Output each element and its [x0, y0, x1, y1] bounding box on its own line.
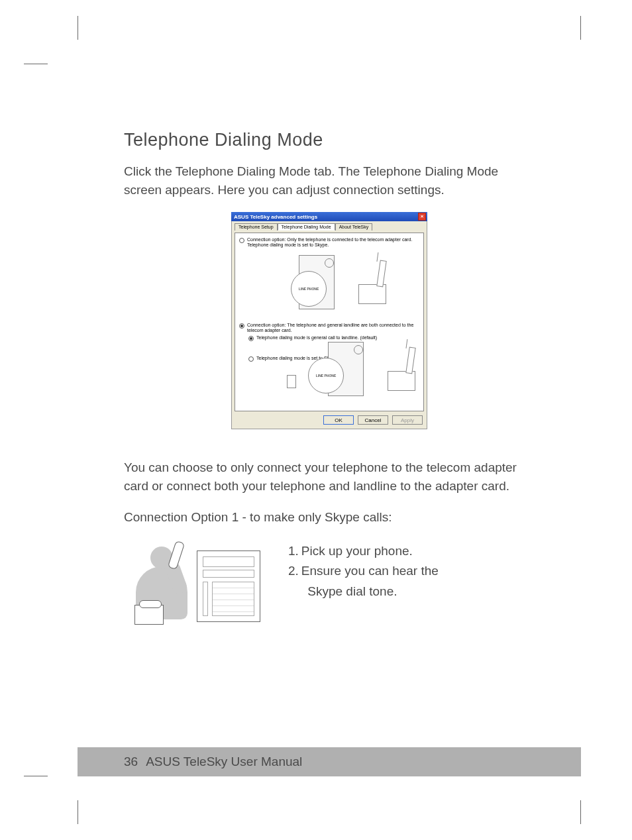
sub-option-1-label: Telephone dialing mode is general call t…: [256, 335, 377, 341]
intro-paragraph: Click the Telephone Dialing Mode tab. Th…: [124, 162, 535, 199]
crop-mark: [24, 776, 48, 776]
radio-sub-option-1: Telephone dialing mode is general call t…: [248, 335, 419, 341]
pc-bays-icon: [212, 582, 254, 616]
step-text: Pick up your phone.: [301, 541, 413, 561]
page-content: Telephone Dialing Mode Click the Telepho…: [78, 64, 581, 627]
apply-button: Apply: [392, 415, 423, 425]
crop-mark: [78, 16, 78, 40]
port-label: LINE PHONE: [316, 374, 337, 378]
step-number: 2.: [288, 561, 299, 581]
step-2: 2. Ensure you can hear the: [288, 561, 439, 581]
phone-base-icon: [388, 371, 415, 391]
radio-icon: [239, 323, 244, 329]
crop-mark: [24, 64, 48, 64]
dialog-screenshot: ASUS TeleSky advanced settings × Telepho…: [231, 212, 427, 429]
footer-title: ASUS TeleSky User Manual: [146, 755, 302, 769]
crop-mark: [580, 16, 581, 40]
dialog-title: ASUS TeleSky advanced settings: [234, 214, 418, 220]
port-label: LINE PHONE: [299, 287, 319, 291]
page-footer: 36 ASUS TeleSky User Manual: [78, 747, 581, 776]
radio-icon: [239, 238, 244, 243]
option-2-label: Connection option: The telephone and gen…: [247, 323, 419, 334]
radio-icon: [248, 336, 254, 341]
step-text: Ensure you can hear the: [301, 561, 439, 581]
step-list: 1. Pick up your phone. 2. Ensure you can…: [288, 541, 439, 602]
dialog-tabpanel: Connection option: Only the telephone is…: [235, 233, 424, 411]
tab-telephone-setup: Telephone Setup: [235, 223, 278, 231]
magnifier-icon: LINE PHONE: [291, 271, 327, 307]
step-number-spacer: [288, 582, 291, 602]
option-1-illustration: LINE PHONE: [239, 251, 419, 317]
drive-bay-icon: [203, 570, 254, 578]
cordless-handset-icon: [405, 347, 415, 374]
step-text: Skype dial tone.: [294, 582, 397, 602]
dialog-tabstrip: Telephone Setup Telephone Dialing Mode A…: [235, 223, 424, 230]
step-1: 1. Pick up your phone.: [288, 541, 439, 561]
magnifier-icon: LINE PHONE: [308, 358, 344, 394]
tab-telephone-dialing-mode: Telephone Dialing Mode: [278, 223, 335, 231]
radio-icon: [248, 356, 254, 362]
option-2-illustration: LINE PHONE: [301, 342, 419, 401]
cancel-button: Cancel: [358, 415, 388, 425]
ok-button: OK: [323, 415, 354, 425]
cordless-handset-icon: [376, 260, 386, 287]
radio-option-2: Connection option: The telephone and gen…: [239, 323, 419, 334]
step-number: 1.: [288, 541, 299, 561]
radio-option-1: Connection option: Only the telephone is…: [239, 237, 419, 248]
page-number: 36: [124, 755, 138, 769]
wallplate-icon: [287, 375, 296, 388]
dialog-button-row: OK Cancel Apply: [235, 411, 424, 425]
dialog-titlebar: ASUS TeleSky advanced settings ×: [231, 212, 427, 221]
drive-bay-icon: [203, 556, 254, 567]
body-paragraph: You can choose to only connect your tele…: [124, 458, 535, 495]
close-icon: ×: [418, 213, 426, 221]
crop-mark: [78, 800, 78, 824]
option-heading: Connection Option 1 - to make only Skype…: [124, 508, 535, 527]
steps-row: 1. Pick up your phone. 2. Ensure you can…: [124, 541, 535, 627]
option-1-label: Connection option: Only the telephone is…: [247, 237, 419, 248]
step-2-cont: Skype dial tone.: [288, 582, 439, 602]
crop-mark: [580, 800, 581, 824]
person-phone-illustration: [124, 541, 270, 627]
tab-about-telesky: About TeleSky: [335, 223, 373, 231]
desk-phone-icon: [134, 605, 164, 625]
pc-tower-icon: [197, 551, 260, 622]
pc-side-icon: [203, 582, 208, 616]
dialog-body: Telephone Setup Telephone Dialing Mode A…: [231, 221, 427, 429]
page-frame: Telephone Dialing Mode Click the Telepho…: [78, 64, 581, 776]
section-heading: Telephone Dialing Mode: [124, 130, 535, 150]
